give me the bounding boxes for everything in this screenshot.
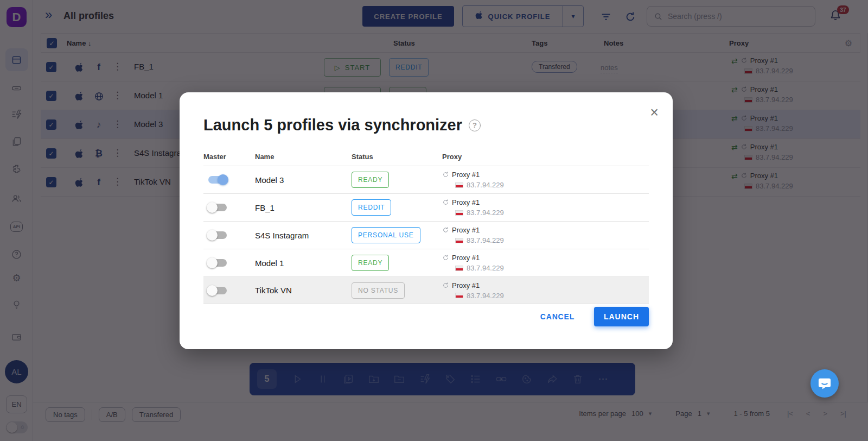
launch-synchronizer-modal: Launch 5 profiles via synchronizer ? × M… <box>180 92 673 349</box>
modal-title: Launch 5 profiles via synchronizer <box>203 116 462 134</box>
toggle-knob <box>207 230 218 241</box>
modal-row[interactable]: TikTok VN NO STATUS Proxy #1 83.7.94.229 <box>203 276 649 304</box>
status-badge: READY <box>352 172 389 188</box>
proxy-name: Proxy #1 <box>452 226 480 234</box>
profile-name: Model 3 <box>255 175 352 185</box>
proxy-name: Proxy #1 <box>452 171 480 179</box>
profile-name: S4S Instagram <box>255 231 352 240</box>
poland-flag-icon <box>455 293 463 298</box>
modal-table-header: Master Name Status Proxy <box>203 148 649 166</box>
toggle-knob <box>207 202 218 213</box>
status-badge: NO STATUS <box>352 282 405 299</box>
status-badge: REDDIT <box>352 199 391 216</box>
proxy-ip: 83.7.94.229 <box>467 264 504 272</box>
cancel-button[interactable]: CANCEL <box>540 312 575 321</box>
master-toggle[interactable] <box>208 231 227 239</box>
modal-row[interactable]: FB_1 REDDIT Proxy #1 83.7.94.229 <box>203 193 649 221</box>
modal-table: Master Name Status Proxy Model 3 READY P… <box>203 148 649 304</box>
status-badge: PERSONAL USE <box>352 227 420 243</box>
poland-flag-icon <box>455 182 463 188</box>
master-toggle[interactable] <box>208 287 227 294</box>
toggle-knob <box>218 174 228 185</box>
proxy-ip: 83.7.94.229 <box>467 236 504 244</box>
rotate-proxy-icon <box>442 171 449 178</box>
col-header-proxy: Proxy <box>442 153 649 161</box>
proxy-ip: 83.7.94.229 <box>467 181 504 189</box>
modal-row[interactable]: Model 3 READY Proxy #1 83.7.94.229 <box>203 166 649 193</box>
proxy-name: Proxy #1 <box>452 281 480 289</box>
profile-name: Model 1 <box>255 259 352 268</box>
proxy-name: Proxy #1 <box>452 198 480 206</box>
chat-icon <box>817 376 832 391</box>
rotate-proxy-icon <box>442 254 449 261</box>
master-toggle[interactable] <box>208 259 227 267</box>
proxy-cell: Proxy #1 83.7.94.229 <box>442 226 649 244</box>
poland-flag-icon <box>455 210 463 216</box>
poland-flag-icon <box>455 266 463 271</box>
proxy-cell: Proxy #1 83.7.94.229 <box>442 281 649 300</box>
status-badge: READY <box>352 255 389 271</box>
poland-flag-icon <box>455 238 463 243</box>
rotate-proxy-icon <box>442 226 449 234</box>
proxy-ip: 83.7.94.229 <box>467 209 504 217</box>
close-icon[interactable]: × <box>650 105 659 120</box>
col-header-master: Master <box>203 153 255 161</box>
help-icon[interactable]: ? <box>469 119 481 131</box>
proxy-cell: Proxy #1 83.7.94.229 <box>442 171 649 189</box>
proxy-cell: Proxy #1 83.7.94.229 <box>442 254 649 272</box>
master-toggle[interactable] <box>208 176 227 184</box>
modal-row[interactable]: Model 1 READY Proxy #1 83.7.94.229 <box>203 249 649 276</box>
master-toggle[interactable] <box>208 204 227 211</box>
col-header-name: Name <box>255 153 352 161</box>
toggle-knob <box>207 257 218 268</box>
profile-name: TikTok VN <box>255 286 352 295</box>
col-header-status: Status <box>352 153 442 161</box>
rotate-proxy-icon <box>442 282 449 289</box>
rotate-proxy-icon <box>442 199 449 206</box>
toggle-knob <box>207 285 218 296</box>
chat-support-button[interactable] <box>810 369 839 398</box>
proxy-name: Proxy #1 <box>452 254 480 262</box>
proxy-cell: Proxy #1 83.7.94.229 <box>442 198 649 217</box>
proxy-ip: 83.7.94.229 <box>467 292 504 300</box>
profile-name: FB_1 <box>255 203 352 212</box>
launch-button[interactable]: LAUNCH <box>594 307 649 326</box>
modal-row[interactable]: S4S Instagram PERSONAL USE Proxy #1 83.7… <box>203 221 649 249</box>
